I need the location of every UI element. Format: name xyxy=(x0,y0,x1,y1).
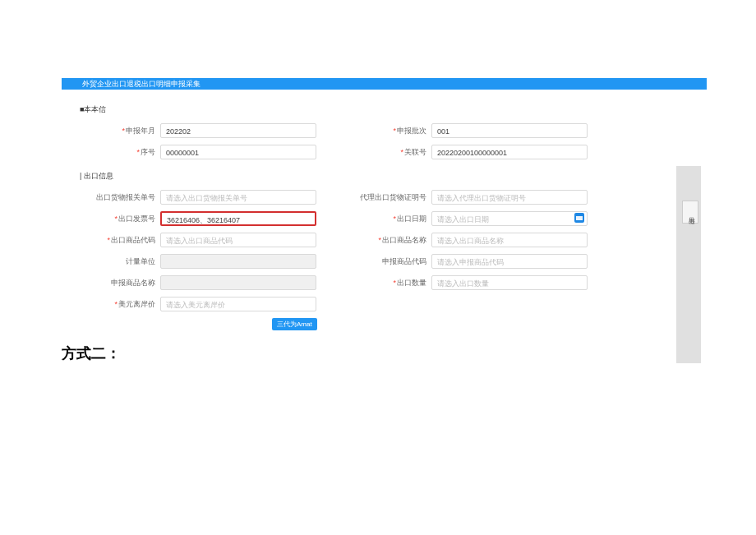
label-relation: 关联号 xyxy=(349,147,431,158)
heading-method-2: 方式二： xyxy=(62,344,707,363)
input-seq[interactable]: 00000001 xyxy=(160,145,316,159)
input-relation[interactable]: 20220200100000001 xyxy=(431,145,588,159)
export-button[interactable]: 导出 xyxy=(682,201,698,224)
label-decl-code: 申报商品代码 xyxy=(349,256,431,267)
label-year-month: 申报年月 xyxy=(78,126,160,136)
label-batch: 申报批次 xyxy=(349,126,431,136)
input-agent-doc[interactable]: 请选入代理出口货物证明号 xyxy=(431,190,588,205)
input-name[interactable]: 请选入出口商品名称 xyxy=(431,233,588,247)
input-code[interactable]: 请选入出口商品代码 xyxy=(160,233,316,247)
input-batch[interactable]: 001 xyxy=(431,123,588,138)
form-inner: ■本本信 申报年月 202202 申报批次 001 序号 00000001 关联… xyxy=(62,104,707,330)
input-unit xyxy=(160,254,316,269)
label-agent-doc: 代理出口货物证明号 xyxy=(349,192,431,203)
input-year-month[interactable]: 202202 xyxy=(160,123,316,138)
save-button[interactable]: 三代为Amat xyxy=(272,318,317,330)
input-qty[interactable]: 请选入出口数量 xyxy=(431,275,588,290)
input-usd-fob[interactable]: 请选入美元离岸价 xyxy=(160,297,316,311)
calendar-icon[interactable] xyxy=(574,213,584,223)
label-code: 出口商品代码 xyxy=(78,235,160,246)
input-decl-code[interactable]: 请选入申报商品代码 xyxy=(431,254,588,269)
label-name: 出口商品名称 xyxy=(349,235,431,246)
label-date: 出口日期 xyxy=(349,214,431,224)
label-usd-fob: 美元离岸价 xyxy=(78,299,160,310)
section-basic-title: ■本本信 xyxy=(80,104,707,115)
input-decl-name xyxy=(160,275,316,290)
save-button-row: 三代为Amat xyxy=(78,318,707,330)
label-qty: 出口数量 xyxy=(349,278,431,288)
input-invoice[interactable]: 36216406、36216407 xyxy=(160,211,316,226)
label-unit: 计量单位 xyxy=(78,256,160,267)
form-container: ■本本信 申报年月 202202 申报批次 001 序号 00000001 关联… xyxy=(62,104,707,330)
header-bar: 外贸企业出口退税出口明细申报采集 xyxy=(62,78,707,90)
label-decl-name: 申报商品名称 xyxy=(78,278,160,288)
label-seq: 序号 xyxy=(78,147,160,158)
input-date[interactable]: 请选入出口日期 xyxy=(431,211,588,226)
section-export-title: | 出口信息 xyxy=(80,171,707,182)
label-goods-decl: 出口货物报关单号 xyxy=(78,192,160,203)
right-panel: 导出 xyxy=(676,166,701,363)
label-invoice: 出口发票号 xyxy=(78,214,160,224)
header-title: 外贸企业出口退税出口明细申报采集 xyxy=(82,80,201,88)
input-goods-decl[interactable]: 请选入出口货物报关单号 xyxy=(160,190,316,205)
